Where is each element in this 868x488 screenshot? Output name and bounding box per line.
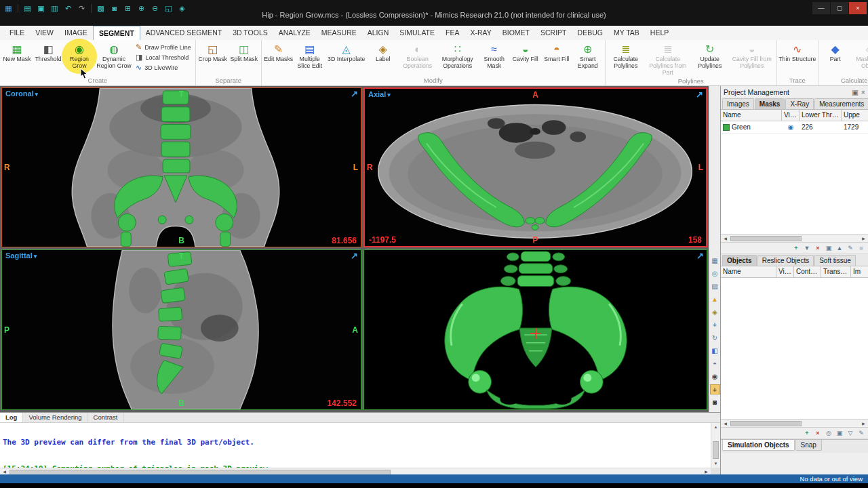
help-icon[interactable] — [176, 3, 188, 14]
mask-from-object-button[interactable]: Mask from Object — [851, 41, 868, 70]
log-vertical-scrollbar[interactable] — [711, 423, 720, 468]
copy-icon[interactable] — [95, 3, 106, 14]
ribbon-tab-view[interactable]: VIEW — [30, 26, 59, 40]
rotate-tool-icon[interactable] — [710, 333, 720, 343]
column-header-name[interactable]: Name — [721, 266, 776, 277]
ribbon-tab-debug[interactable]: DEBUG — [572, 26, 608, 40]
local-threshold-button[interactable]: Local Threshold — [136, 54, 191, 61]
new-document-icon[interactable] — [22, 3, 33, 14]
smart-expand-button[interactable]: Smart Expand — [572, 41, 604, 70]
ribbon-tab-biomet[interactable]: BIOMET — [497, 26, 535, 40]
add-icon[interactable] — [803, 429, 811, 437]
column-header-contour[interactable]: Contour — [794, 266, 821, 277]
ribbon-tab-measure[interactable]: MEASURE — [316, 26, 362, 40]
axial-view-selector[interactable]: Axial — [368, 90, 391, 98]
tag-icon[interactable] — [710, 307, 720, 317]
coronal-view-selector[interactable]: Coronal — [5, 89, 38, 98]
log-horizontal-scrollbar[interactable] — [0, 468, 711, 474]
ribbon-tab-align[interactable]: ALIGN — [362, 26, 395, 40]
mask-row-green[interactable]: Green 226 1729 — [721, 121, 868, 134]
orbit-icon[interactable] — [710, 268, 720, 279]
ribbon-tab-simulate[interactable]: SIMULATE — [394, 26, 440, 40]
target-icon[interactable] — [825, 429, 833, 437]
maximize-button[interactable] — [831, 2, 848, 14]
tab-contrast[interactable]: Contrast — [88, 413, 124, 422]
3d-viewport[interactable] — [363, 249, 707, 410]
properties-icon[interactable] — [857, 429, 865, 437]
ribbon-tab-advanced-segment[interactable]: ADVANCED SEGMENT — [140, 26, 227, 40]
open-project-icon[interactable] — [35, 3, 47, 14]
part-button[interactable]: Part — [820, 41, 851, 63]
column-header-image[interactable]: Im — [851, 266, 867, 277]
smart-fill-button[interactable]: Smart Fill — [541, 41, 572, 63]
scroll-right-icon[interactable] — [702, 469, 711, 474]
smooth-mask-button[interactable]: Smooth Mask — [479, 41, 510, 70]
calculate-polylines-button[interactable]: Calculate Polylines — [607, 41, 645, 70]
maximize-view-icon[interactable] — [696, 89, 703, 100]
update-polylines-button[interactable]: Update Polylines — [691, 41, 729, 70]
close-button[interactable] — [849, 2, 867, 14]
draw-profile-line-button[interactable]: Draw Profile Line — [136, 43, 191, 51]
maximize-view-icon[interactable] — [351, 89, 358, 99]
column-header-upper-threshold[interactable]: Uppe — [842, 110, 867, 121]
tab-simulation-objects[interactable]: Simulation Objects — [722, 440, 795, 451]
tab-soft-tissue[interactable]: Soft tissue — [814, 255, 856, 266]
ribbon-tab-image[interactable]: IMAGE — [59, 26, 93, 40]
float-panel-icon[interactable] — [852, 88, 859, 96]
layout-icon[interactable] — [122, 3, 134, 14]
cavity-fill-button[interactable]: Cavity Fill — [510, 41, 541, 63]
maximize-view-icon[interactable] — [351, 251, 358, 261]
tab-x-ray[interactable]: X-Ray — [785, 98, 814, 109]
export-icon[interactable] — [835, 244, 844, 252]
tab-volume-rendering[interactable]: Volume Rendering — [23, 413, 87, 422]
ribbon-tab-analyze[interactable]: ANALYZE — [273, 26, 316, 40]
tab-log[interactable]: Log — [0, 413, 23, 422]
new-mask-button[interactable]: New Mask — [1, 41, 33, 63]
scrollbar-thumb[interactable] — [730, 236, 802, 241]
zoom-out-icon[interactable] — [149, 3, 161, 14]
tab-measurements[interactable]: Measurements — [814, 98, 868, 109]
column-header-visible[interactable]: Visible — [782, 110, 800, 121]
label-button[interactable]: Label — [368, 41, 399, 63]
maximize-view-icon[interactable] — [696, 251, 704, 261]
objects-horizontal-scrollbar[interactable] — [721, 419, 868, 428]
masks-list-empty-area[interactable] — [721, 134, 868, 234]
tab-masks[interactable]: Masks — [755, 98, 785, 109]
objects-list-empty-area[interactable] — [721, 278, 868, 419]
duplicate-icon[interactable] — [835, 429, 844, 437]
scroll-right-icon[interactable] — [859, 236, 868, 241]
scroll-down-icon[interactable] — [711, 460, 720, 468]
reslice-icon[interactable] — [710, 281, 720, 291]
redo-icon[interactable] — [76, 3, 87, 14]
crop-mask-button[interactable]: Crop Mask — [197, 41, 229, 63]
save-project-icon[interactable] — [49, 3, 60, 14]
crosshair-tool-icon[interactable] — [710, 384, 720, 394]
scroll-up-icon[interactable] — [711, 423, 720, 431]
column-header-visible[interactable]: Visible — [776, 266, 794, 277]
scroll-left-icon[interactable] — [0, 469, 9, 474]
split-mask-button[interactable]: Split Mask — [229, 41, 260, 63]
multiple-slice-edit-button[interactable]: Multiple Slice Edit — [294, 41, 326, 70]
cube-view-icon[interactable] — [710, 346, 720, 356]
close-panel-icon[interactable] — [861, 88, 865, 96]
calculate-polylines-from-part-button[interactable]: Calculate Polylines from Part — [645, 41, 691, 77]
morphology-operations-button[interactable]: Morphology Operations — [437, 41, 479, 70]
zoom-in-icon[interactable] — [136, 3, 147, 14]
ribbon-tab-fea[interactable]: FEA — [440, 26, 465, 40]
column-header-lower-threshold[interactable]: Lower Thres — [800, 110, 842, 121]
ribbon-tab-help[interactable]: HELP — [645, 26, 674, 40]
ribbon-tab-x-ray[interactable]: X-RAY — [465, 26, 496, 40]
thin-structure-button[interactable]: Thin Structure — [778, 41, 816, 63]
scroll-left-icon[interactable] — [721, 421, 730, 426]
tab-reslice-objects[interactable]: Reslice Objects — [757, 255, 814, 266]
axial-viewport[interactable]: Axial A R L P -1197.5 158 — [363, 87, 707, 247]
edit-masks-button[interactable]: Edit Masks — [263, 41, 294, 63]
dynamic-region-grow-button[interactable]: Dynamic Region Grow — [95, 41, 133, 70]
import-icon[interactable] — [803, 244, 811, 252]
tab-snap[interactable]: Snap — [795, 440, 822, 451]
ribbon-tab-my-tab[interactable]: MY TAB — [608, 26, 645, 40]
boolean-operations-button[interactable]: Boolean Operations — [399, 41, 437, 70]
ribbon-tab-script[interactable]: SCRIPT — [535, 26, 572, 40]
camera-icon[interactable] — [108, 3, 120, 14]
tab-images[interactable]: Images — [722, 98, 754, 109]
